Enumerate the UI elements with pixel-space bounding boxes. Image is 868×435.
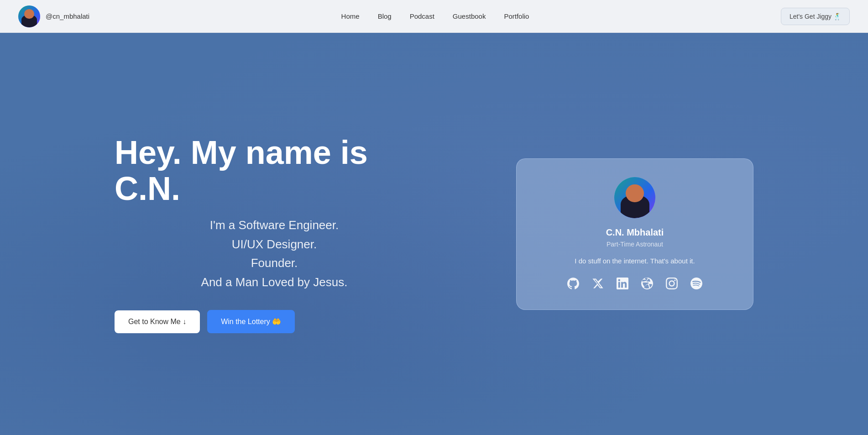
- card-subtitle: Part-Time Astronaut: [607, 241, 663, 248]
- card-name: C.N. Mbhalati: [606, 227, 664, 238]
- profile-card: C.N. Mbhalati Part-Time Astronaut I do s…: [516, 158, 753, 310]
- jiggy-button[interactable]: Let's Get Jiggy 🕺: [781, 8, 850, 25]
- navbar-center: Home Blog Podcast Guestbook Portfolio: [341, 12, 529, 20]
- nav-handle: @cn_mbhalati: [46, 12, 89, 20]
- hero-buttons: Get to Know Me ↓ Win the Lottery 🤲: [115, 310, 434, 333]
- get-to-know-me-button[interactable]: Get to Know Me ↓: [115, 310, 200, 333]
- nav-avatar: [18, 5, 40, 27]
- dribbble-icon[interactable]: [641, 278, 653, 291]
- linkedin-icon[interactable]: [617, 278, 628, 291]
- hero-section: Hey. My name is C.N. I'm a Software Engi…: [0, 33, 868, 435]
- github-icon[interactable]: [567, 278, 579, 291]
- twitter-x-icon[interactable]: [592, 278, 604, 291]
- card-bio: I do stuff on the internet. That's about…: [575, 257, 695, 265]
- nav-link-guestbook[interactable]: Guestbook: [453, 12, 486, 20]
- card-avatar: [614, 177, 655, 218]
- hero-title: Hey. My name is C.N.: [115, 135, 434, 207]
- nav-link-blog[interactable]: Blog: [378, 12, 392, 20]
- hero-left: Hey. My name is C.N. I'm a Software Engi…: [115, 135, 434, 334]
- hero-right: C.N. Mbhalati Part-Time Astronaut I do s…: [516, 158, 753, 310]
- nav-link-podcast[interactable]: Podcast: [410, 12, 434, 20]
- card-socials: [567, 278, 702, 291]
- navbar-right: Let's Get Jiggy 🕺: [781, 8, 850, 25]
- navbar-left: @cn_mbhalati: [18, 5, 89, 27]
- win-lottery-button[interactable]: Win the Lottery 🤲: [207, 310, 295, 333]
- nav-link-portfolio[interactable]: Portfolio: [504, 12, 529, 20]
- spotify-icon[interactable]: [690, 278, 702, 291]
- navbar: @cn_mbhalati Home Blog Podcast Guestbook…: [0, 0, 868, 33]
- instagram-icon[interactable]: [666, 278, 678, 291]
- hero-content: Hey. My name is C.N. I'm a Software Engi…: [115, 135, 753, 334]
- hero-subtitle: I'm a Software Engineer. UI/UX Designer.…: [115, 216, 434, 292]
- nav-link-home[interactable]: Home: [341, 12, 360, 20]
